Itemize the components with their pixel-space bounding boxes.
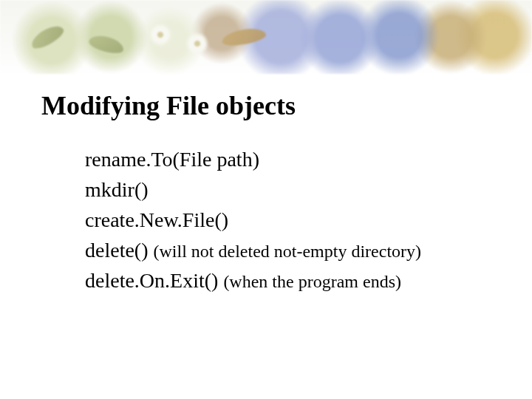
leaf-icon [221, 26, 267, 48]
body-line: delete.On.Exit() (when the program ends) [85, 266, 499, 296]
body-line: delete() (will not deleted not-empty dir… [85, 236, 499, 266]
leaf-icon [87, 33, 126, 56]
body-line: mkdir() [85, 175, 499, 205]
flower-icon [185, 31, 210, 56]
slide-body: rename.To(File path) mkdir() create.New.… [85, 145, 499, 296]
leaf-icon [28, 21, 66, 52]
body-line: create.New.File() [85, 205, 499, 236]
code-text: create.New.File() [85, 208, 228, 231]
note-text: (will not deleted not-empty directory) [154, 242, 422, 261]
code-text: delete.On.Exit() [85, 269, 223, 292]
code-text: delete() [85, 239, 154, 262]
decorative-banner [0, 0, 532, 74]
slide-title: Modifying File objects [41, 90, 296, 121]
flower-icon [148, 22, 173, 47]
body-line: rename.To(File path) [85, 145, 499, 175]
code-text: rename.To(File path) [85, 148, 259, 171]
note-text: (when the program ends) [223, 272, 401, 291]
slide: Modifying File objects rename.To(File pa… [0, 0, 532, 399]
code-text: mkdir() [85, 178, 149, 201]
